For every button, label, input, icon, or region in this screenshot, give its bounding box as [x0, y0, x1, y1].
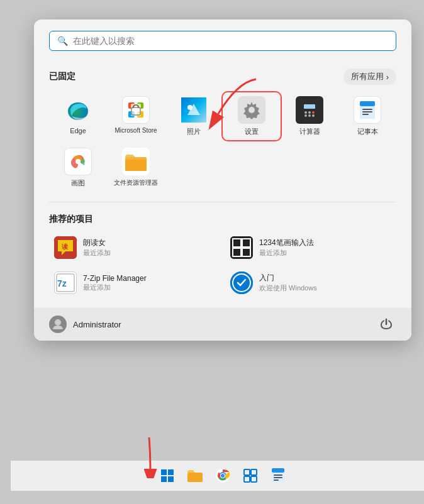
- app-calc[interactable]: 计算器: [281, 92, 338, 140]
- settings-icon: [238, 96, 265, 124]
- taskbar: [11, 461, 424, 491]
- pinned-title: 已固定: [49, 71, 75, 82]
- bihua-name: 1234笔画输入法: [259, 238, 314, 248]
- taskbar-notepad-button[interactable]: [265, 463, 291, 488]
- app-photos[interactable]: 照片: [165, 92, 223, 140]
- svg-point-11: [248, 107, 255, 113]
- svg-point-16: [312, 111, 315, 114]
- app-edge[interactable]: Edge: [49, 92, 107, 140]
- bihua-sub: 最近添加: [259, 248, 314, 258]
- settings-label: 设置: [245, 127, 259, 136]
- svg-rect-54: [244, 469, 250, 475]
- svg-rect-21: [360, 101, 375, 106]
- all-apps-button[interactable]: 所有应用 ›: [343, 68, 396, 85]
- svg-rect-61: [274, 477, 282, 478]
- recommended-section: 推荐的项目 读 朗读女 最近添加: [34, 202, 411, 308]
- photos-icon: [180, 96, 208, 124]
- rec-langdu[interactable]: 读 朗读女 最近添加: [49, 233, 220, 263]
- svg-rect-62: [274, 479, 279, 481]
- bihua-icon: [230, 236, 253, 259]
- all-apps-label: 所有应用: [351, 71, 384, 82]
- 7zip-text: 7-Zip File Manager 最近添加: [83, 274, 147, 292]
- svg-rect-29: [125, 160, 147, 171]
- notepad-icon: [354, 96, 381, 124]
- explorer-icon: [122, 148, 150, 175]
- chevron-icon: ›: [386, 72, 389, 82]
- 7zip-icon: 7z: [54, 271, 77, 294]
- rec-welcome[interactable]: 入门 欢迎使用 Windows: [225, 268, 396, 298]
- svg-rect-57: [251, 476, 257, 482]
- app-paint[interactable]: 画图: [49, 144, 107, 192]
- start-menu-footer: Administrator: [34, 308, 411, 341]
- app-notepad[interactable]: 记事本: [338, 92, 396, 140]
- search-input[interactable]: [73, 36, 388, 46]
- svg-rect-56: [244, 476, 250, 482]
- notepad-label: 记事本: [357, 127, 378, 136]
- 7zip-name: 7-Zip File Manager: [83, 274, 147, 283]
- svg-text:读: 读: [62, 243, 68, 250]
- welcome-name: 入门: [259, 273, 317, 283]
- taskbar-explorer-button[interactable]: [182, 463, 208, 488]
- photos-label: 照片: [187, 127, 201, 136]
- taskbar-snap-button[interactable]: [238, 463, 263, 488]
- svg-rect-46: [161, 476, 167, 482]
- svg-point-19: [312, 114, 315, 117]
- rec-bihua[interactable]: 1234笔画输入法 最近添加: [225, 233, 396, 263]
- pinned-header: 已固定 所有应用 ›: [49, 68, 396, 85]
- user-area[interactable]: Administrator: [49, 315, 121, 333]
- calc-label: 计算器: [299, 127, 320, 136]
- explorer-label: 文件资源管理器: [114, 178, 158, 187]
- pinned-grid: Edge: [49, 92, 396, 192]
- svg-point-14: [304, 111, 307, 114]
- power-button[interactable]: [376, 314, 396, 334]
- svg-rect-60: [274, 474, 282, 476]
- svg-rect-59: [272, 468, 284, 473]
- taskbar-start-button[interactable]: [155, 463, 180, 488]
- svg-rect-45: [168, 469, 174, 475]
- rec-7zip[interactable]: 7z 7-Zip File Manager 最近添加: [49, 268, 220, 298]
- svg-rect-55: [251, 469, 257, 475]
- app-settings[interactable]: 设置: [223, 92, 281, 140]
- svg-rect-23: [362, 111, 372, 112]
- svg-point-26: [75, 159, 81, 164]
- app-explorer[interactable]: 文件资源管理器: [107, 144, 165, 192]
- langdu-sub: 最近添加: [83, 248, 111, 258]
- search-icon: 🔍: [57, 36, 68, 46]
- pinned-section: 已固定 所有应用 ›: [34, 57, 411, 202]
- svg-point-42: [55, 319, 61, 326]
- svg-point-17: [304, 114, 307, 117]
- bihua-text: 1234笔画输入法 最近添加: [259, 238, 314, 258]
- user-avatar: [49, 315, 67, 333]
- edge-label: Edge: [70, 127, 86, 134]
- svg-rect-49: [187, 474, 203, 482]
- app-store[interactable]: Microsoft Store: [107, 92, 165, 140]
- edge-icon: [64, 96, 92, 124]
- svg-rect-44: [161, 469, 167, 475]
- calc-icon: [296, 96, 323, 124]
- svg-rect-24: [362, 114, 369, 115]
- langdu-icon: 读: [54, 236, 77, 259]
- langdu-name: 朗读女: [83, 238, 111, 248]
- paint-label: 画图: [71, 178, 85, 188]
- store-label: Microsoft Store: [114, 127, 157, 134]
- store-icon: [122, 96, 150, 124]
- svg-rect-5: [131, 104, 141, 116]
- welcome-icon: [230, 271, 253, 294]
- taskbar-chrome-button[interactable]: [210, 463, 235, 488]
- welcome-sub: 欢迎使用 Windows: [259, 283, 317, 293]
- svg-point-9: [187, 105, 192, 110]
- welcome-text: 入门 欢迎使用 Windows: [259, 273, 317, 293]
- svg-rect-22: [362, 109, 372, 110]
- svg-text:7z: 7z: [57, 278, 67, 288]
- recommended-grid: 读 朗读女 最近添加: [49, 233, 396, 298]
- username: Administrator: [73, 320, 121, 329]
- search-bar[interactable]: 🔍: [49, 31, 396, 51]
- svg-point-53: [221, 474, 225, 478]
- svg-point-15: [308, 111, 311, 114]
- svg-point-18: [308, 114, 311, 117]
- 7zip-sub: 最近添加: [83, 283, 147, 292]
- svg-rect-47: [168, 476, 174, 482]
- paint-icon: [64, 148, 92, 175]
- recommended-title: 推荐的项目: [49, 214, 93, 225]
- langdu-text: 朗读女 最近添加: [83, 238, 111, 258]
